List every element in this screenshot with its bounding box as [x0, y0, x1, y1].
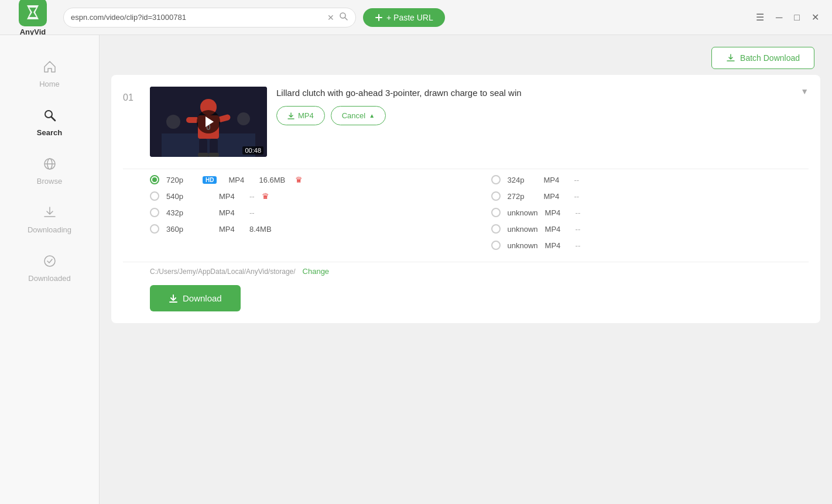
svg-line-7 [52, 117, 55, 121]
quality-grid-empty [150, 241, 468, 250]
sidebar-item-downloading[interactable]: Downloading [0, 198, 99, 241]
quality-size-360p: 8.4MB [249, 225, 279, 234]
svg-line-3 [345, 18, 347, 20]
radio-unknown1[interactable] [491, 208, 501, 217]
url-clear-icon[interactable]: ✕ [327, 13, 334, 22]
quality-grid: 720p HD MP4 16.6MB ♛ 324p MP4 -- 540p [123, 169, 809, 262]
cancel-button[interactable]: Cancel ▲ [331, 106, 386, 125]
quality-option-540p[interactable]: 540p MP4 -- ♛ [150, 191, 468, 201]
url-search-icon [339, 12, 348, 23]
sidebar-home-label: Home [39, 80, 60, 88]
downloaded-icon [43, 254, 57, 272]
quality-size-324p: -- [574, 176, 580, 184]
radio-540p[interactable] [150, 191, 159, 201]
video-title: Lillard clutch with go-ahead 3-pointer, … [276, 87, 791, 99]
quality-option-unknown3[interactable]: unknown MP4 -- [491, 241, 809, 250]
radio-720p[interactable] [150, 175, 159, 184]
quality-format-unknown2: MP4 [545, 225, 569, 234]
menu-icon[interactable]: ☰ [752, 9, 768, 25]
batch-area: Batch Download [100, 35, 832, 75]
video-info: Lillard clutch with go-ahead 3-pointer, … [276, 87, 791, 125]
quality-res-unknown2: unknown [508, 225, 538, 234]
quality-option-324p[interactable]: 324p MP4 -- [491, 175, 809, 184]
browse-icon [43, 157, 57, 174]
app-logo [19, 0, 47, 26]
video-header: 01 0 [123, 87, 809, 157]
sidebar-downloaded-label: Downloaded [28, 274, 70, 283]
video-number: 01 [123, 92, 141, 103]
quality-format-720p: MP4 [228, 176, 252, 184]
main-layout: Home Search Browse [0, 35, 832, 504]
video-thumbnail[interactable]: 0 [150, 87, 267, 157]
svg-point-24 [237, 112, 250, 125]
batch-download-icon [726, 53, 735, 63]
paste-url-plus-icon [375, 13, 383, 22]
quality-option-unknown2[interactable]: unknown MP4 -- [491, 224, 809, 234]
svg-rect-21 [198, 153, 208, 157]
play-button[interactable] [197, 110, 220, 133]
download-button[interactable]: Download [150, 285, 241, 311]
quality-size-unknown1: -- [576, 208, 581, 217]
quality-format-unknown3: MP4 [545, 241, 569, 250]
quality-size-unknown2: -- [576, 225, 581, 234]
cancel-chevron-icon: ▲ [369, 112, 375, 119]
url-bar[interactable]: espn.com/video/clip?id=31000781 ✕ [63, 8, 356, 28]
quality-res-324p: 324p [508, 176, 537, 184]
home-icon [43, 60, 57, 77]
sidebar: Home Search Browse [0, 35, 100, 504]
sidebar-item-browse[interactable]: Browse [0, 150, 99, 193]
radio-360p[interactable] [150, 224, 159, 234]
collapse-arrow-icon[interactable]: ▼ [800, 87, 809, 96]
quality-option-272p[interactable]: 272p MP4 -- [491, 191, 809, 201]
quality-option-unknown1[interactable]: unknown MP4 -- [491, 208, 809, 217]
change-path-button[interactable]: Change [303, 267, 330, 276]
quality-res-720p: 720p [166, 176, 196, 184]
quality-size-272p: -- [574, 192, 580, 201]
downloading-icon [43, 205, 57, 223]
quality-option-360p[interactable]: 360p MP4 8.4MB [150, 224, 468, 234]
svg-rect-22 [208, 153, 219, 157]
mp4-button[interactable]: MP4 [276, 106, 325, 125]
quality-res-360p: 360p [166, 225, 196, 234]
quality-format-360p: MP4 [219, 225, 242, 234]
sidebar-item-home[interactable]: Home [0, 53, 99, 95]
radio-324p[interactable] [491, 175, 501, 184]
crown-icon-540p: ♛ [262, 191, 269, 201]
quality-size-540p: -- [249, 192, 255, 201]
radio-432p[interactable] [150, 208, 159, 217]
save-path-text: C:/Users/Jemy/AppData/Local/AnyVid/stora… [150, 268, 296, 276]
batch-download-button[interactable]: Batch Download [711, 47, 814, 69]
quality-res-432p: 432p [166, 208, 196, 217]
save-path-row: C:/Users/Jemy/AppData/Local/AnyVid/stora… [123, 262, 809, 285]
video-actions: MP4 Cancel ▲ [276, 106, 791, 125]
svg-rect-20 [210, 139, 218, 155]
maximize-icon[interactable]: □ [790, 10, 803, 25]
quality-size-unknown3: -- [576, 241, 581, 250]
quality-option-720p[interactable]: 720p HD MP4 16.6MB ♛ [150, 175, 468, 184]
svg-rect-19 [199, 139, 207, 155]
radio-272p[interactable] [491, 191, 501, 201]
svg-point-23 [166, 115, 180, 129]
radio-unknown2[interactable] [491, 224, 501, 234]
radio-inner-720p [152, 177, 157, 182]
sidebar-search-label: Search [37, 128, 62, 137]
quality-format-540p: MP4 [219, 192, 242, 201]
quality-size-720p: 16.6MB [259, 176, 288, 184]
url-input[interactable]: espn.com/video/clip?id=31000781 [71, 13, 323, 22]
radio-unknown3[interactable] [491, 241, 501, 250]
svg-point-11 [44, 256, 55, 266]
quality-format-432p: MP4 [219, 208, 242, 217]
close-icon[interactable]: ✕ [808, 9, 823, 25]
quality-format-272p: MP4 [544, 192, 567, 201]
minimize-icon[interactable]: ─ [772, 10, 786, 25]
sidebar-item-downloaded[interactable]: Downloaded [0, 247, 99, 290]
quality-option-432p[interactable]: 432p MP4 -- [150, 208, 468, 217]
quality-res-540p: 540p [166, 192, 196, 201]
paste-url-button[interactable]: + Paste URL [363, 8, 445, 27]
video-duration: 00:48 [242, 146, 263, 155]
svg-marker-1 [29, 8, 36, 17]
quality-format-unknown1: MP4 [545, 208, 569, 217]
logo-area: AnyVid [9, 0, 56, 36]
video-card: 01 0 [111, 75, 820, 323]
sidebar-item-search[interactable]: Search [0, 101, 99, 144]
